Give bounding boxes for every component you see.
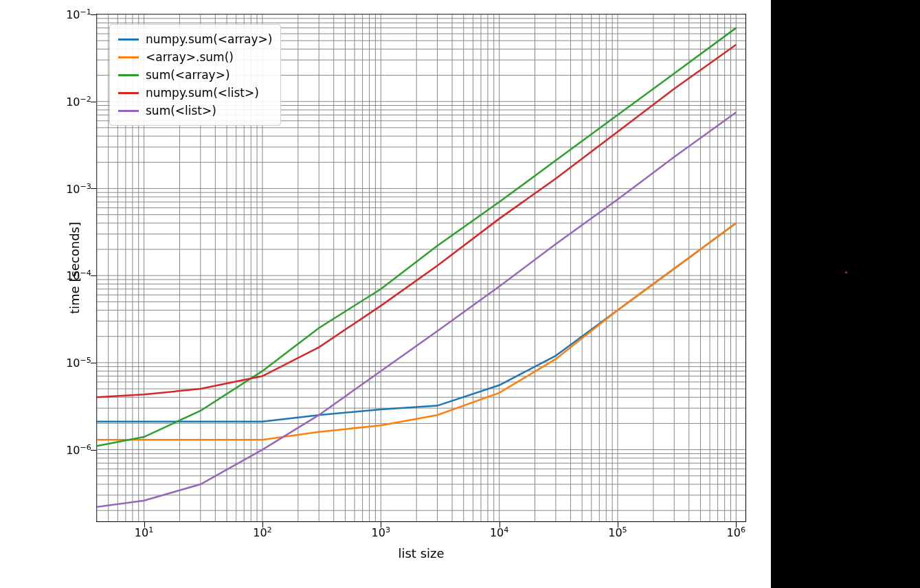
chart-figure: 101102103104105106 10−610−510−410−310−21… xyxy=(0,0,771,588)
legend-label: numpy.sum(<list>) xyxy=(146,86,259,100)
legend-row: numpy.sum(<list>) xyxy=(117,84,273,102)
legend-swatch xyxy=(118,56,139,58)
side-cursor-dot xyxy=(845,271,847,273)
legend-swatch xyxy=(118,92,139,94)
y-tick-mark xyxy=(91,275,96,276)
y-tick-label: 10−2 xyxy=(66,95,91,109)
y-tick-mark xyxy=(91,188,96,189)
legend-label: sum(<array>) xyxy=(146,68,230,82)
legend-label: sum(<list>) xyxy=(146,104,216,117)
y-tick-label: 10−3 xyxy=(66,181,91,195)
x-tick-label: 104 xyxy=(490,525,508,539)
plot-area: 101102103104105106 10−610−510−410−310−21… xyxy=(96,14,746,522)
legend-swatch xyxy=(118,38,139,41)
y-tick-mark xyxy=(91,363,96,363)
x-tick-label: 105 xyxy=(608,525,627,539)
x-tick-label: 101 xyxy=(135,525,153,539)
legend-row: sum(<list>) xyxy=(117,102,273,120)
legend: numpy.sum(<array>)<array>.sum()sum(<arra… xyxy=(109,24,281,126)
y-axis-label: time [seconds] xyxy=(67,222,82,314)
legend-swatch xyxy=(118,110,139,112)
x-tick-label: 103 xyxy=(372,525,390,539)
legend-row: numpy.sum(<array>) xyxy=(117,30,273,48)
legend-label: numpy.sum(<array>) xyxy=(146,32,272,46)
x-tick-label: 102 xyxy=(253,525,271,539)
y-tick-mark xyxy=(91,450,96,451)
y-tick-mark xyxy=(91,14,96,15)
x-axis-label: list size xyxy=(398,546,444,561)
y-tick-label: 10−6 xyxy=(66,442,91,456)
x-tick-label: 106 xyxy=(727,525,745,539)
legend-row: sum(<array>) xyxy=(117,66,273,84)
y-tick-label: 10−1 xyxy=(66,8,91,21)
y-tick-mark xyxy=(91,102,96,102)
y-tick-label: 10−5 xyxy=(66,356,91,370)
legend-swatch xyxy=(118,74,139,76)
legend-label: <array>.sum() xyxy=(146,50,234,64)
legend-row: <array>.sum() xyxy=(117,48,273,66)
